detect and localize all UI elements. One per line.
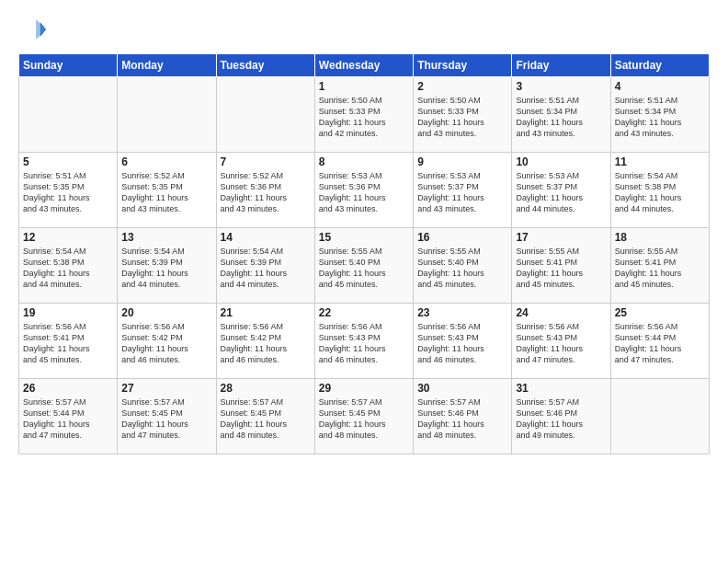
day-number: 26 xyxy=(23,382,113,395)
logo xyxy=(18,17,46,46)
day-number: 29 xyxy=(319,382,409,395)
day-number: 28 xyxy=(221,382,311,395)
calendar-cell: 4Sunrise: 5:51 AM Sunset: 5:34 PM Daylig… xyxy=(610,77,709,153)
day-info: Sunrise: 5:56 AM Sunset: 5:41 PM Dayligh… xyxy=(23,321,113,366)
day-number: 5 xyxy=(23,155,113,168)
calendar-cell: 3Sunrise: 5:51 AM Sunset: 5:34 PM Daylig… xyxy=(512,77,610,153)
day-number: 6 xyxy=(121,155,211,168)
day-info: Sunrise: 5:56 AM Sunset: 5:42 PM Dayligh… xyxy=(221,321,311,366)
day-number: 11 xyxy=(615,155,705,168)
day-number: 27 xyxy=(121,382,211,395)
weekday-header-saturday: Saturday xyxy=(610,54,709,77)
day-number: 18 xyxy=(615,231,705,244)
day-number: 14 xyxy=(221,231,311,244)
calendar-table: SundayMondayTuesdayWednesdayThursdayFrid… xyxy=(18,53,710,454)
day-number: 4 xyxy=(615,80,705,93)
calendar-cell: 25Sunrise: 5:56 AM Sunset: 5:44 PM Dayli… xyxy=(610,304,709,379)
day-number: 13 xyxy=(121,231,211,244)
day-info: Sunrise: 5:51 AM Sunset: 5:34 PM Dayligh… xyxy=(516,95,606,140)
weekday-header-friday: Friday xyxy=(512,54,610,77)
calendar-cell: 12Sunrise: 5:54 AM Sunset: 5:38 PM Dayli… xyxy=(19,228,118,304)
calendar-cell: 20Sunrise: 5:56 AM Sunset: 5:42 PM Dayli… xyxy=(118,304,216,379)
calendar-cell: 24Sunrise: 5:56 AM Sunset: 5:43 PM Dayli… xyxy=(512,304,610,379)
day-info: Sunrise: 5:50 AM Sunset: 5:33 PM Dayligh… xyxy=(417,95,507,140)
day-info: Sunrise: 5:57 AM Sunset: 5:46 PM Dayligh… xyxy=(417,396,507,442)
calendar-cell xyxy=(19,77,118,153)
header xyxy=(18,17,710,46)
calendar-cell: 10Sunrise: 5:53 AM Sunset: 5:37 PM Dayli… xyxy=(512,153,610,228)
day-info: Sunrise: 5:56 AM Sunset: 5:43 PM Dayligh… xyxy=(516,321,606,366)
weekday-header-tuesday: Tuesday xyxy=(216,54,314,77)
calendar-cell: 16Sunrise: 5:55 AM Sunset: 5:40 PM Dayli… xyxy=(414,228,512,304)
page: SundayMondayTuesdayWednesdayThursdayFrid… xyxy=(0,0,728,563)
calendar-cell: 21Sunrise: 5:56 AM Sunset: 5:42 PM Dayli… xyxy=(216,304,314,379)
day-number: 7 xyxy=(221,155,311,168)
day-number: 10 xyxy=(516,155,606,168)
day-number: 20 xyxy=(121,306,211,319)
calendar-cell: 8Sunrise: 5:53 AM Sunset: 5:36 PM Daylig… xyxy=(314,153,413,228)
svg-marker-1 xyxy=(36,19,46,40)
calendar-week-0: 1Sunrise: 5:50 AM Sunset: 5:33 PM Daylig… xyxy=(19,77,710,153)
calendar-week-3: 19Sunrise: 5:56 AM Sunset: 5:41 PM Dayli… xyxy=(19,304,710,379)
calendar-cell: 26Sunrise: 5:57 AM Sunset: 5:44 PM Dayli… xyxy=(19,379,118,454)
calendar-cell: 23Sunrise: 5:56 AM Sunset: 5:43 PM Dayli… xyxy=(414,304,512,379)
day-info: Sunrise: 5:53 AM Sunset: 5:36 PM Dayligh… xyxy=(319,170,409,215)
day-number: 1 xyxy=(319,80,409,93)
day-number: 21 xyxy=(221,306,311,319)
calendar-cell: 31Sunrise: 5:57 AM Sunset: 5:46 PM Dayli… xyxy=(512,379,610,454)
day-number: 19 xyxy=(23,306,113,319)
day-number: 31 xyxy=(516,382,606,395)
calendar-cell xyxy=(118,77,216,153)
calendar-week-4: 26Sunrise: 5:57 AM Sunset: 5:44 PM Dayli… xyxy=(19,379,710,454)
calendar-cell: 19Sunrise: 5:56 AM Sunset: 5:41 PM Dayli… xyxy=(19,304,118,379)
calendar-cell xyxy=(216,77,314,153)
calendar-cell: 17Sunrise: 5:55 AM Sunset: 5:41 PM Dayli… xyxy=(512,228,610,304)
calendar-cell: 2Sunrise: 5:50 AM Sunset: 5:33 PM Daylig… xyxy=(414,77,512,153)
day-info: Sunrise: 5:53 AM Sunset: 5:37 PM Dayligh… xyxy=(417,170,507,215)
day-info: Sunrise: 5:56 AM Sunset: 5:43 PM Dayligh… xyxy=(417,321,507,366)
day-info: Sunrise: 5:57 AM Sunset: 5:45 PM Dayligh… xyxy=(221,396,311,442)
day-number: 24 xyxy=(516,306,606,319)
day-number: 23 xyxy=(417,306,507,319)
calendar-cell: 7Sunrise: 5:52 AM Sunset: 5:36 PM Daylig… xyxy=(216,153,314,228)
day-number: 3 xyxy=(516,80,606,93)
calendar-cell: 14Sunrise: 5:54 AM Sunset: 5:39 PM Dayli… xyxy=(216,228,314,304)
calendar-cell: 11Sunrise: 5:54 AM Sunset: 5:38 PM Dayli… xyxy=(610,153,709,228)
day-info: Sunrise: 5:52 AM Sunset: 5:36 PM Dayligh… xyxy=(221,170,311,215)
day-number: 12 xyxy=(23,231,113,244)
weekday-header-thursday: Thursday xyxy=(414,54,512,77)
calendar-week-1: 5Sunrise: 5:51 AM Sunset: 5:35 PM Daylig… xyxy=(19,153,710,228)
day-info: Sunrise: 5:57 AM Sunset: 5:45 PM Dayligh… xyxy=(319,396,409,442)
calendar-cell: 27Sunrise: 5:57 AM Sunset: 5:45 PM Dayli… xyxy=(118,379,216,454)
weekday-header-sunday: Sunday xyxy=(19,54,118,77)
day-info: Sunrise: 5:54 AM Sunset: 5:39 PM Dayligh… xyxy=(121,246,211,291)
day-info: Sunrise: 5:56 AM Sunset: 5:42 PM Dayligh… xyxy=(121,321,211,366)
day-number: 25 xyxy=(615,306,705,319)
weekday-header-monday: Monday xyxy=(118,54,216,77)
day-info: Sunrise: 5:56 AM Sunset: 5:43 PM Dayligh… xyxy=(319,321,409,366)
day-number: 15 xyxy=(319,231,409,244)
weekday-header-row: SundayMondayTuesdayWednesdayThursdayFrid… xyxy=(19,54,710,77)
day-info: Sunrise: 5:54 AM Sunset: 5:39 PM Dayligh… xyxy=(221,246,311,291)
day-number: 30 xyxy=(417,382,507,395)
day-info: Sunrise: 5:55 AM Sunset: 5:40 PM Dayligh… xyxy=(417,246,507,291)
logo-icon xyxy=(20,17,46,42)
weekday-header-wednesday: Wednesday xyxy=(314,54,413,77)
day-info: Sunrise: 5:57 AM Sunset: 5:45 PM Dayligh… xyxy=(121,396,211,442)
calendar-cell: 22Sunrise: 5:56 AM Sunset: 5:43 PM Dayli… xyxy=(314,304,413,379)
day-info: Sunrise: 5:55 AM Sunset: 5:41 PM Dayligh… xyxy=(516,246,606,291)
day-info: Sunrise: 5:55 AM Sunset: 5:41 PM Dayligh… xyxy=(615,246,705,291)
calendar-cell: 30Sunrise: 5:57 AM Sunset: 5:46 PM Dayli… xyxy=(414,379,512,454)
calendar-cell: 1Sunrise: 5:50 AM Sunset: 5:33 PM Daylig… xyxy=(314,77,413,153)
calendar-cell: 6Sunrise: 5:52 AM Sunset: 5:35 PM Daylig… xyxy=(118,153,216,228)
day-info: Sunrise: 5:56 AM Sunset: 5:44 PM Dayligh… xyxy=(615,321,705,366)
day-number: 16 xyxy=(417,231,507,244)
day-number: 9 xyxy=(417,155,507,168)
calendar-cell: 28Sunrise: 5:57 AM Sunset: 5:45 PM Dayli… xyxy=(216,379,314,454)
day-info: Sunrise: 5:54 AM Sunset: 5:38 PM Dayligh… xyxy=(23,246,113,291)
day-number: 2 xyxy=(417,80,507,93)
calendar-cell: 5Sunrise: 5:51 AM Sunset: 5:35 PM Daylig… xyxy=(19,153,118,228)
calendar-cell xyxy=(610,379,709,454)
day-info: Sunrise: 5:51 AM Sunset: 5:35 PM Dayligh… xyxy=(23,170,113,215)
day-info: Sunrise: 5:53 AM Sunset: 5:37 PM Dayligh… xyxy=(516,170,606,215)
